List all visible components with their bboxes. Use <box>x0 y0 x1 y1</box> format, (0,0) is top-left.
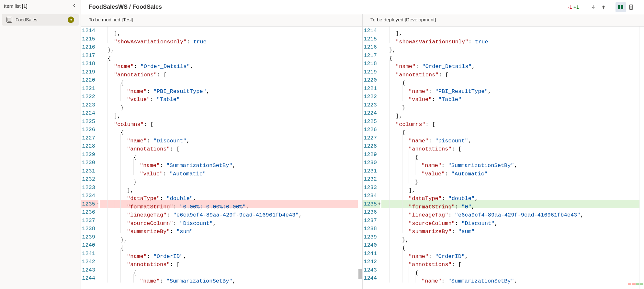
code-line[interactable]: "name": "Order_Details", <box>381 60 639 68</box>
line-number: 1214 <box>81 27 98 35</box>
line-number: 1236 <box>363 208 380 217</box>
code-line[interactable]: { <box>381 51 639 60</box>
left-code[interactable]: ],"showAsVariationsOnly": true},{"name":… <box>100 27 358 289</box>
code-line[interactable]: "name": "OrderID", <box>100 250 358 258</box>
right-scrollbar[interactable] <box>639 27 644 289</box>
line-number: 1238 <box>363 225 380 233</box>
line-number: 1219 <box>363 68 380 76</box>
code-line[interactable]: ], <box>381 109 639 117</box>
code-line[interactable]: "annotations": [ <box>381 258 639 266</box>
code-line[interactable]: } <box>100 175 358 183</box>
line-number: 1219 <box>81 68 98 76</box>
added-count: +1 <box>573 4 579 10</box>
code-line[interactable]: { <box>100 51 358 60</box>
line-number: 1233 <box>81 183 98 192</box>
line-number: 1244 <box>363 274 380 283</box>
line-number: 1239 <box>363 233 380 241</box>
code-line[interactable]: "name": "SummarizationSetBy", <box>100 159 358 167</box>
app-root: Item list [1] FoodSales ≈ FoodSalesWS / … <box>0 0 644 289</box>
code-line[interactable]: "name": "Discount", <box>381 134 639 142</box>
line-number: 1220 <box>363 76 380 84</box>
code-line[interactable]: "lineageTag": "e6ca9cf4-89aa-429f-9cad-4… <box>381 208 639 217</box>
code-line[interactable]: "name": "SummarizationSetBy", <box>100 274 358 283</box>
diff-overview-ruler[interactable] <box>628 281 643 287</box>
line-number: 1226 <box>81 126 98 134</box>
code-line[interactable]: "name": "Discount", <box>100 134 358 142</box>
code-line[interactable]: "annotations": [ <box>381 68 639 76</box>
line-number: 1218 <box>363 60 380 68</box>
code-line[interactable]: "value": "Table" <box>381 93 639 101</box>
sidebar: Item list [1] FoodSales ≈ <box>0 0 81 289</box>
code-line[interactable]: { <box>381 241 639 250</box>
dataset-icon <box>6 17 12 23</box>
line-number: 1228 <box>363 142 380 150</box>
left-scrollbar[interactable] <box>358 27 362 289</box>
code-line[interactable]: "annotations": [ <box>100 68 358 76</box>
next-diff-button[interactable] <box>588 2 598 12</box>
sidebar-title: Item list [1] <box>4 3 28 9</box>
toolbar-separator <box>612 3 612 12</box>
line-number: 1221 <box>81 84 98 93</box>
inline-view-button[interactable] <box>626 2 636 12</box>
line-number: 1228 <box>81 142 98 150</box>
line-number: 1232 <box>81 175 98 183</box>
topbar: FoodSalesWS / FoodSales -1 +1 <box>81 0 644 14</box>
code-line[interactable]: ], <box>381 27 639 35</box>
diff-counts: -1 +1 <box>568 4 579 10</box>
code-line[interactable]: "lineageTag": "e6ca9cf4-89aa-429f-9cad-4… <box>100 208 358 217</box>
code-line[interactable]: "dataType": "double", <box>381 192 639 200</box>
code-line[interactable]: "summarizeBy": "sum" <box>381 225 639 233</box>
line-number: 1216 <box>363 43 380 51</box>
line-number: 1214 <box>363 27 380 35</box>
line-number: 1243 <box>81 266 98 274</box>
code-line[interactable]: "name": "PBI_ResultType", <box>381 84 639 93</box>
line-number: 1224 <box>81 109 98 117</box>
code-line[interactable]: "columns": [ <box>100 117 358 126</box>
left-pane-header: To be modified [Test] <box>81 14 362 26</box>
line-number: 1226 <box>363 126 380 134</box>
code-line[interactable]: "dataType": "double", <box>100 192 358 200</box>
code-line[interactable]: "name": "SummarizationSetBy", <box>381 274 639 283</box>
code-line[interactable]: "formatString": "0", <box>381 200 639 208</box>
right-gutter: 1214121512161217121812191220122112221223… <box>363 27 381 289</box>
code-line[interactable]: "name": "SummarizationSetBy", <box>381 159 639 167</box>
right-code[interactable]: ],"showAsVariationsOnly": true},{"name":… <box>381 27 639 289</box>
line-number: 1227 <box>363 134 380 142</box>
code-line[interactable]: ], <box>381 183 639 192</box>
code-line[interactable]: "name": "PBI_ResultType", <box>100 84 358 93</box>
code-line[interactable]: "annotations": [ <box>100 142 358 150</box>
breadcrumb: FoodSalesWS / FoodSales <box>89 4 162 10</box>
line-number: 1222 <box>363 93 380 101</box>
code-line[interactable]: ], <box>100 183 358 192</box>
code-line[interactable]: "showAsVariationsOnly": true <box>100 35 358 43</box>
main: FoodSalesWS / FoodSales -1 +1 To be modi… <box>81 0 644 289</box>
code-line[interactable]: { <box>100 241 358 250</box>
line-number: 1236 <box>81 208 98 217</box>
code-line[interactable]: "annotations": [ <box>100 258 358 266</box>
code-line[interactable]: ], <box>100 109 358 117</box>
collapse-sidebar-button[interactable] <box>72 3 77 9</box>
sidebar-item-foodsales[interactable]: FoodSales ≈ <box>2 14 79 26</box>
code-line[interactable]: "name": "Order_Details", <box>100 60 358 68</box>
line-number: 1235+ <box>363 200 380 208</box>
code-line[interactable]: "summarizeBy": "sum" <box>100 225 358 233</box>
line-number: 1229 <box>363 150 380 159</box>
left-code-pane[interactable]: 1214121512161217121812191220122112221223… <box>81 27 362 289</box>
code-line[interactable]: "showAsVariationsOnly": true <box>381 35 639 43</box>
svg-rect-3 <box>618 5 620 9</box>
line-number: 1223 <box>363 101 380 109</box>
code-line[interactable]: ], <box>100 27 358 35</box>
prev-diff-button[interactable] <box>598 2 609 12</box>
sidebar-header: Item list [1] <box>0 0 81 12</box>
code-line[interactable]: "formatString": "0.00%;-0.00%;0.00%", <box>100 200 358 208</box>
code-line[interactable]: "annotations": [ <box>381 142 639 150</box>
side-by-side-view-button[interactable] <box>616 2 626 12</box>
code-line[interactable]: "columns": [ <box>381 117 639 126</box>
line-number: 1231 <box>363 167 380 175</box>
line-number: 1233 <box>363 183 380 192</box>
right-code-pane[interactable]: 1214121512161217121812191220122112221223… <box>362 27 644 289</box>
code-line[interactable]: "value": "Table" <box>100 93 358 101</box>
code-line[interactable]: } <box>381 175 639 183</box>
code-line[interactable]: "name": "OrderID", <box>381 250 639 258</box>
line-number: 1239 <box>81 233 98 241</box>
